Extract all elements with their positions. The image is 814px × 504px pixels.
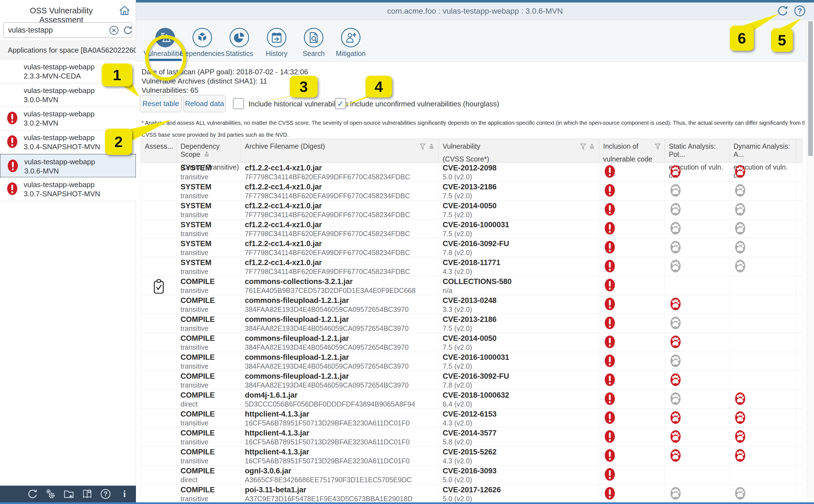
- sort-icon[interactable]: [203, 151, 210, 158]
- search-input[interactable]: [8, 24, 101, 36]
- paw-gray-icon[interactable]: [670, 203, 681, 217]
- exclamation-icon[interactable]: [604, 487, 615, 501]
- paw-gray-icon[interactable]: [735, 203, 746, 217]
- exclamation-icon[interactable]: [604, 278, 615, 292]
- unconfirmed-vulnerabilities-checkbox[interactable]: ✓: [335, 98, 346, 109]
- app-list-item[interactable]: vulas-testapp-webapp3.0.7-SNAPSHOT-MVN: [0, 177, 136, 201]
- paw-gray-icon[interactable]: [670, 184, 681, 198]
- vulnerability-row[interactable]: SYSTEMtransitivecf1.2.2-cc1.4-xz1.0.jar7…: [141, 182, 802, 200]
- paw-gray-icon[interactable]: [735, 241, 746, 255]
- help-icon[interactable]: ?: [100, 488, 111, 500]
- exclamation-icon[interactable]: [604, 392, 615, 406]
- paw-red-icon[interactable]: [670, 335, 681, 349]
- tab-mitigation[interactable]: Mitigation: [331, 28, 370, 58]
- book-icon[interactable]: [82, 488, 93, 500]
- paw-gray-icon[interactable]: [735, 222, 746, 236]
- paw-gray-icon[interactable]: [670, 487, 681, 501]
- paw-red-icon[interactable]: [735, 411, 746, 425]
- vulnerability-row[interactable]: SYSTEMtransitivecf1.2.2-cc1.4-xz1.0.jar7…: [141, 219, 802, 238]
- exclamation-icon[interactable]: [604, 430, 615, 444]
- vulnerability-row[interactable]: COMPILEtransitivehttpclient-4.1.3.jar16C…: [141, 428, 802, 447]
- vulnerability-row[interactable]: COMPILEdirectognl-3.0.6.jarA3665CF8E3426…: [141, 466, 802, 485]
- app-list-item[interactable]: vulas-testapp-webapp3.0.4-SNAPSHOT-MVN: [0, 130, 136, 154]
- vulnerability-row[interactable]: COMPILEtransitivecommons-collections-3.2…: [141, 276, 802, 295]
- help-icon[interactable]: ?: [794, 5, 806, 17]
- paw-red-icon[interactable]: [735, 392, 746, 406]
- exclamation-icon[interactable]: [604, 468, 615, 482]
- exclamation-icon[interactable]: [604, 449, 615, 463]
- tab-dependencies[interactable]: Dependencies: [183, 28, 222, 58]
- tab-vulnerabilities[interactable]: Vulnerabilities: [146, 28, 185, 58]
- paw-gray-icon[interactable]: [735, 184, 746, 198]
- paw-gray-icon[interactable]: [735, 487, 746, 501]
- exclamation-icon[interactable]: [604, 241, 615, 255]
- tab-search[interactable]: Search: [294, 28, 333, 58]
- vulnerability-row[interactable]: COMPILEtransitivehttpclient-4.1.3.jar16C…: [141, 447, 802, 466]
- clear-search-icon[interactable]: [109, 25, 119, 35]
- vulnerability-row[interactable]: COMPILEtransitivepoi-3.11-beta1.jarA37C9…: [141, 485, 802, 503]
- tab-statistics[interactable]: Statistics: [220, 28, 259, 58]
- exclamation-icon[interactable]: [604, 165, 615, 179]
- tab-history[interactable]: History: [257, 28, 296, 58]
- paw-red-icon[interactable]: [670, 411, 681, 425]
- filter-icon[interactable]: [419, 143, 426, 152]
- exclamation-icon[interactable]: [604, 297, 615, 311]
- filter-icon[interactable]: [654, 143, 661, 152]
- exclamation-icon[interactable]: [604, 335, 615, 349]
- paw-red-icon[interactable]: [670, 297, 681, 311]
- paw-red-icon[interactable]: [670, 430, 681, 444]
- assessment-clipboard-icon[interactable]: [152, 279, 165, 294]
- paw-gray-icon[interactable]: [735, 260, 746, 273]
- vulnerability-row[interactable]: COMPILEdirectdom4j-1.6.1.jar5D3CCC056B6F…: [141, 390, 802, 409]
- vertical-scrollbar[interactable]: [807, 20, 814, 502]
- paw-gray-icon[interactable]: [670, 316, 681, 330]
- refresh-icon[interactable]: [777, 5, 789, 17]
- sort-icon[interactable]: [588, 143, 596, 152]
- reload-data-button[interactable]: Reload data: [183, 95, 226, 112]
- paw-red-icon[interactable]: [670, 449, 681, 463]
- paw-gray-icon[interactable]: [670, 222, 681, 236]
- search-refresh-icon[interactable]: [123, 25, 133, 35]
- scrollbar-thumb[interactable]: [808, 21, 813, 156]
- filter-icon[interactable]: [580, 143, 587, 152]
- info-icon[interactable]: i: [119, 488, 130, 500]
- exclamation-icon[interactable]: [604, 184, 615, 198]
- sort-icon[interactable]: [428, 143, 435, 152]
- paw-gray-icon[interactable]: [670, 241, 681, 255]
- app-list-item[interactable]: vulas-testapp-webapp3.0.0-MVN: [0, 83, 136, 107]
- add-folder-icon[interactable]: [63, 488, 74, 500]
- paw-gray-icon[interactable]: [670, 392, 681, 406]
- exclamation-icon[interactable]: [604, 316, 615, 330]
- vulnerability-row[interactable]: COMPILEtransitivecommons-fileupload-1.2.…: [141, 352, 802, 371]
- paw-red-icon[interactable]: [670, 165, 681, 179]
- vulnerability-row[interactable]: SYSTEMtransitivecf1.2.2-cc1.4-xz1.0.jar7…: [141, 200, 802, 219]
- paw-red-icon[interactable]: [670, 373, 681, 387]
- vulnerability-row[interactable]: SYSTEMtransitivecf1.2.2-cc1.4-xz1.0.jar7…: [141, 238, 802, 257]
- reset-table-button[interactable]: Reset table: [140, 95, 182, 112]
- paw-red-icon[interactable]: [735, 449, 746, 463]
- vulnerability-row[interactable]: SYSTEMtransitivecf1.2.2-cc1.4-xz1.0.jar7…: [141, 257, 802, 276]
- refresh-icon[interactable]: [27, 488, 38, 500]
- vulnerability-row[interactable]: COMPILEtransitivecommons-fileupload-1.2.…: [141, 314, 802, 333]
- settings-icon[interactable]: [45, 488, 56, 500]
- vulnerability-row[interactable]: SYSTEMtransitivecf1.2.2-cc1.4-xz1.0.jar7…: [141, 163, 802, 182]
- exclamation-icon[interactable]: [604, 203, 615, 217]
- exclamation-icon[interactable]: [604, 354, 615, 368]
- vulnerability-row[interactable]: COMPILEtransitivehttpclient-4.1.3.jar16C…: [141, 409, 802, 428]
- exclamation-icon[interactable]: [604, 411, 615, 425]
- app-list-item[interactable]: vulas-testapp-webapp2.3.3-MVN-CEDA: [0, 60, 136, 83]
- paw-red-icon[interactable]: [735, 165, 746, 179]
- exclamation-icon[interactable]: [604, 260, 615, 273]
- exclamation-icon[interactable]: [604, 373, 615, 387]
- vulnerability-row[interactable]: COMPILEtransitivecommons-fileupload-1.2.…: [141, 333, 802, 352]
- paw-gray-icon[interactable]: [670, 354, 681, 368]
- paw-red-icon[interactable]: [735, 430, 746, 444]
- paw-gray-icon[interactable]: [670, 260, 681, 273]
- exclamation-icon[interactable]: [604, 222, 615, 236]
- app-list-item[interactable]: vulas-testapp-webapp3.0.6-MVN: [0, 154, 136, 178]
- vulnerability-row[interactable]: COMPILEtransitivecommons-fileupload-1.2.…: [141, 371, 802, 390]
- historical-vulnerabilities-checkbox[interactable]: [233, 98, 244, 109]
- app-list-item[interactable]: vulas-testapp-webapp3.0.2-MVN: [0, 107, 136, 130]
- vulnerability-row[interactable]: COMPILEtransitivecommons-fileupload-1.2.…: [141, 295, 802, 314]
- home-icon[interactable]: [119, 5, 130, 16]
